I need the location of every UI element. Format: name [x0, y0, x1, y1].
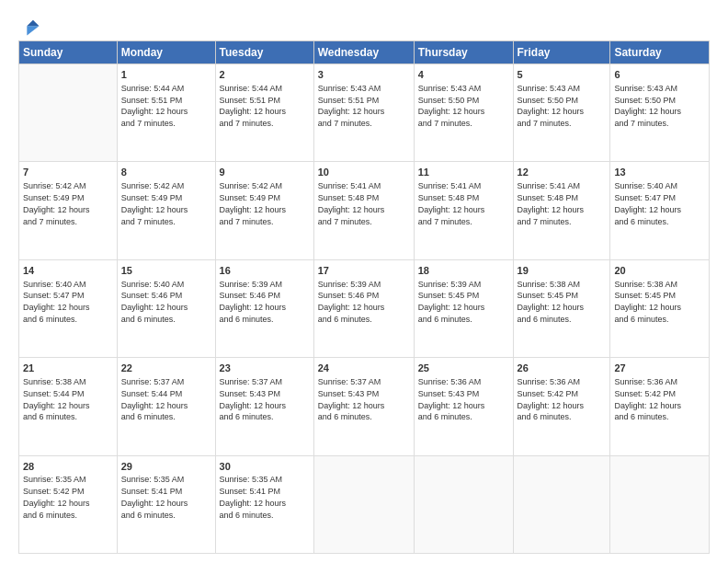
day-cell: 27Sunrise: 5:36 AM Sunset: 5:42 PM Dayli…	[610, 358, 710, 455]
weekday-header-saturday: Saturday	[610, 41, 710, 64]
day-cell	[513, 455, 610, 553]
day-cell: 29Sunrise: 5:35 AM Sunset: 5:41 PM Dayli…	[117, 455, 215, 553]
day-cell: 6Sunrise: 5:43 AM Sunset: 5:50 PM Daylig…	[610, 64, 710, 162]
day-cell: 10Sunrise: 5:41 AM Sunset: 5:48 PM Dayli…	[313, 162, 414, 259]
day-number: 25	[418, 362, 509, 375]
day-cell	[414, 455, 513, 553]
day-cell: 26Sunrise: 5:36 AM Sunset: 5:42 PM Dayli…	[513, 358, 610, 455]
weekday-header-wednesday: Wednesday	[313, 41, 414, 64]
day-info: Sunrise: 5:41 AM Sunset: 5:48 PM Dayligh…	[518, 181, 585, 225]
day-info: Sunrise: 5:36 AM Sunset: 5:42 PM Dayligh…	[614, 377, 681, 421]
day-number: 10	[318, 166, 410, 179]
page: SundayMondayTuesdayWednesdayThursdayFrid…	[0, 0, 728, 563]
day-number: 24	[318, 362, 410, 375]
week-row-1: 1Sunrise: 5:44 AM Sunset: 5:51 PM Daylig…	[19, 64, 710, 162]
week-row-3: 14Sunrise: 5:40 AM Sunset: 5:47 PM Dayli…	[19, 259, 710, 357]
day-number: 14	[23, 264, 113, 278]
day-info: Sunrise: 5:44 AM Sunset: 5:51 PM Dayligh…	[220, 84, 287, 128]
day-cell: 12Sunrise: 5:41 AM Sunset: 5:48 PM Dayli…	[513, 162, 610, 259]
day-cell: 1Sunrise: 5:44 AM Sunset: 5:51 PM Daylig…	[117, 64, 215, 162]
day-number: 22	[121, 362, 211, 375]
day-number: 12	[518, 166, 607, 179]
day-number: 15	[121, 264, 211, 278]
day-cell: 25Sunrise: 5:36 AM Sunset: 5:43 PM Dayli…	[414, 358, 513, 455]
calendar: SundayMondayTuesdayWednesdayThursdayFrid…	[18, 40, 710, 554]
day-info: Sunrise: 5:38 AM Sunset: 5:44 PM Dayligh…	[23, 377, 90, 421]
day-cell: 14Sunrise: 5:40 AM Sunset: 5:47 PM Dayli…	[19, 259, 118, 357]
week-row-4: 21Sunrise: 5:38 AM Sunset: 5:44 PM Dayli…	[19, 358, 710, 455]
logo	[18, 17, 40, 31]
day-number: 30	[220, 460, 310, 474]
day-info: Sunrise: 5:41 AM Sunset: 5:48 PM Dayligh…	[318, 181, 385, 225]
day-number: 4	[418, 68, 509, 82]
day-number: 21	[23, 362, 113, 375]
day-number: 8	[121, 166, 211, 179]
day-info: Sunrise: 5:37 AM Sunset: 5:43 PM Dayligh…	[220, 377, 287, 421]
day-info: Sunrise: 5:41 AM Sunset: 5:48 PM Dayligh…	[418, 181, 485, 225]
svg-marker-1	[27, 20, 39, 27]
day-cell: 24Sunrise: 5:37 AM Sunset: 5:43 PM Dayli…	[313, 358, 414, 455]
logo-icon	[20, 17, 40, 37]
day-info: Sunrise: 5:40 AM Sunset: 5:47 PM Dayligh…	[23, 280, 90, 324]
day-info: Sunrise: 5:40 AM Sunset: 5:46 PM Dayligh…	[121, 280, 188, 324]
day-info: Sunrise: 5:38 AM Sunset: 5:45 PM Dayligh…	[518, 280, 585, 324]
day-cell: 11Sunrise: 5:41 AM Sunset: 5:48 PM Dayli…	[414, 162, 513, 259]
day-info: Sunrise: 5:43 AM Sunset: 5:51 PM Dayligh…	[318, 84, 385, 128]
day-number: 27	[614, 362, 705, 375]
day-cell	[313, 455, 414, 553]
day-cell: 28Sunrise: 5:35 AM Sunset: 5:42 PM Dayli…	[19, 455, 118, 553]
day-cell	[19, 64, 118, 162]
day-number: 1	[121, 68, 211, 82]
day-number: 7	[23, 166, 113, 179]
day-number: 5	[518, 68, 607, 82]
week-row-2: 7Sunrise: 5:42 AM Sunset: 5:49 PM Daylig…	[19, 162, 710, 259]
day-cell: 23Sunrise: 5:37 AM Sunset: 5:43 PM Dayli…	[215, 358, 313, 455]
day-info: Sunrise: 5:42 AM Sunset: 5:49 PM Dayligh…	[23, 181, 90, 225]
day-number: 3	[318, 68, 410, 82]
day-number: 17	[318, 264, 410, 278]
day-info: Sunrise: 5:39 AM Sunset: 5:46 PM Dayligh…	[318, 280, 385, 324]
day-number: 11	[418, 166, 509, 179]
day-info: Sunrise: 5:38 AM Sunset: 5:45 PM Dayligh…	[614, 280, 681, 324]
day-number: 18	[418, 264, 509, 278]
day-cell: 9Sunrise: 5:42 AM Sunset: 5:49 PM Daylig…	[215, 162, 313, 259]
weekday-header-sunday: Sunday	[19, 41, 118, 64]
week-row-5: 28Sunrise: 5:35 AM Sunset: 5:42 PM Dayli…	[19, 455, 710, 553]
day-info: Sunrise: 5:36 AM Sunset: 5:43 PM Dayligh…	[418, 377, 485, 421]
day-info: Sunrise: 5:40 AM Sunset: 5:47 PM Dayligh…	[614, 181, 681, 225]
day-number: 19	[518, 264, 607, 278]
day-info: Sunrise: 5:43 AM Sunset: 5:50 PM Dayligh…	[518, 84, 585, 128]
day-info: Sunrise: 5:39 AM Sunset: 5:45 PM Dayligh…	[418, 280, 485, 324]
day-number: 6	[614, 68, 705, 82]
day-cell: 20Sunrise: 5:38 AM Sunset: 5:45 PM Dayli…	[610, 259, 710, 357]
day-number: 13	[614, 166, 705, 179]
day-cell: 16Sunrise: 5:39 AM Sunset: 5:46 PM Dayli…	[215, 259, 313, 357]
weekday-header-row: SundayMondayTuesdayWednesdayThursdayFrid…	[19, 41, 710, 64]
day-cell: 19Sunrise: 5:38 AM Sunset: 5:45 PM Dayli…	[513, 259, 610, 357]
day-cell	[610, 455, 710, 553]
weekday-header-tuesday: Tuesday	[215, 41, 313, 64]
day-info: Sunrise: 5:39 AM Sunset: 5:46 PM Dayligh…	[220, 280, 287, 324]
day-info: Sunrise: 5:36 AM Sunset: 5:42 PM Dayligh…	[518, 377, 585, 421]
day-cell: 2Sunrise: 5:44 AM Sunset: 5:51 PM Daylig…	[215, 64, 313, 162]
day-number: 23	[220, 362, 310, 375]
day-cell: 22Sunrise: 5:37 AM Sunset: 5:44 PM Dayli…	[117, 358, 215, 455]
day-number: 9	[220, 166, 310, 179]
day-cell: 21Sunrise: 5:38 AM Sunset: 5:44 PM Dayli…	[19, 358, 118, 455]
weekday-header-thursday: Thursday	[414, 41, 513, 64]
day-cell: 7Sunrise: 5:42 AM Sunset: 5:49 PM Daylig…	[19, 162, 118, 259]
day-cell: 8Sunrise: 5:42 AM Sunset: 5:49 PM Daylig…	[117, 162, 215, 259]
day-cell: 30Sunrise: 5:35 AM Sunset: 5:41 PM Dayli…	[215, 455, 313, 553]
day-cell: 13Sunrise: 5:40 AM Sunset: 5:47 PM Dayli…	[610, 162, 710, 259]
day-info: Sunrise: 5:35 AM Sunset: 5:41 PM Dayligh…	[220, 475, 287, 519]
day-number: 26	[518, 362, 607, 375]
day-number: 20	[614, 264, 705, 278]
day-number: 28	[23, 460, 113, 474]
day-info: Sunrise: 5:44 AM Sunset: 5:51 PM Dayligh…	[121, 84, 188, 128]
day-info: Sunrise: 5:37 AM Sunset: 5:43 PM Dayligh…	[318, 377, 385, 421]
day-info: Sunrise: 5:42 AM Sunset: 5:49 PM Dayligh…	[220, 181, 287, 225]
svg-marker-0	[27, 26, 39, 35]
day-info: Sunrise: 5:43 AM Sunset: 5:50 PM Dayligh…	[418, 84, 485, 128]
day-cell: 15Sunrise: 5:40 AM Sunset: 5:46 PM Dayli…	[117, 259, 215, 357]
day-cell: 18Sunrise: 5:39 AM Sunset: 5:45 PM Dayli…	[414, 259, 513, 357]
